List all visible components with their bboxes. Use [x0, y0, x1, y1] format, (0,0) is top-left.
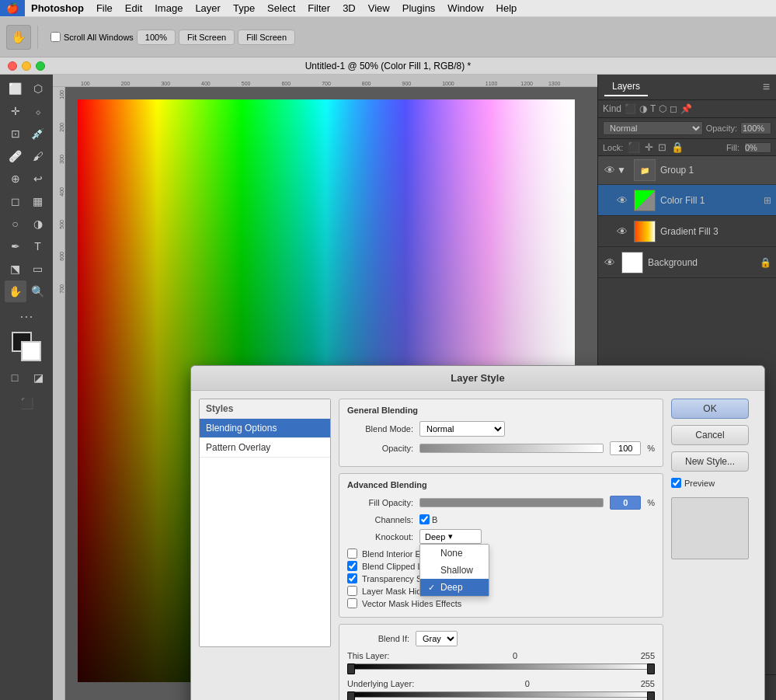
blending-options-item[interactable]: Blending Options [200, 419, 330, 438]
zoom-percent-button[interactable]: 100% [137, 30, 176, 45]
menu-photoshop[interactable]: Photoshop [25, 0, 90, 16]
close-button[interactable] [8, 61, 17, 71]
eyedropper-tool[interactable]: 💉 [27, 123, 49, 145]
color-swatches[interactable] [12, 332, 41, 361]
layer-row-group1[interactable]: 👁 ▼ 📁 Group 1 [598, 156, 776, 185]
underlying-layer-slider[interactable] [347, 691, 655, 700]
quick-mask-mode-button[interactable]: ◪ [27, 367, 49, 388]
new-style-button[interactable]: New Style... [671, 451, 749, 472]
menu-filter[interactable]: Filter [301, 0, 336, 16]
fill-input[interactable] [744, 142, 771, 153]
apple-menu[interactable]: 🍎 [0, 0, 25, 16]
menu-type[interactable]: Type [227, 0, 261, 16]
pin-filter-icon[interactable]: 📌 [680, 103, 692, 114]
menu-3d[interactable]: 3D [336, 0, 362, 16]
layer-row-background[interactable]: 👁 Background 🔒 [598, 247, 776, 278]
move-tool[interactable]: ✛ [5, 100, 26, 122]
standard-mode-button[interactable]: □ [4, 367, 26, 388]
maximize-button[interactable] [36, 61, 45, 71]
underlying-layer-handle-left[interactable] [347, 691, 355, 700]
fill-screen-button[interactable]: Fill Screen [238, 30, 295, 45]
layers-panel-menu-icon[interactable]: ≡ [763, 80, 770, 94]
pen-tool[interactable]: ✒ [5, 235, 26, 257]
layer-visibility-background[interactable]: 👁 [603, 256, 617, 269]
this-layer-handle-left[interactable] [347, 663, 355, 674]
gradient-tool[interactable]: ▦ [27, 190, 49, 212]
eraser-tool[interactable]: ◻ [5, 190, 26, 212]
knockout-dropdown-button[interactable]: Deep ▾ [419, 529, 482, 544]
this-layer-slider[interactable] [347, 663, 655, 676]
layer-row-gradientfill3[interactable]: 👁 Gradient Fill 3 [598, 216, 776, 247]
lock-artboard-icon[interactable]: ⊡ [658, 141, 666, 153]
ok-button[interactable]: OK [671, 399, 749, 419]
blur-tool[interactable]: ○ [5, 213, 26, 235]
knockout-option-deep[interactable]: ✓ Deep [420, 579, 489, 596]
clone-tool[interactable]: ⊕ [5, 168, 26, 190]
knockout-option-none[interactable]: None [420, 545, 489, 562]
type-filter-icon[interactable]: T [650, 103, 656, 114]
layer-visibility-gradientfill3[interactable]: 👁 [615, 225, 629, 238]
hand-tool-icon[interactable]: ✋ [6, 25, 31, 50]
menu-view[interactable]: View [362, 0, 396, 16]
menu-plugins[interactable]: Plugins [396, 0, 442, 16]
magic-wand-tool[interactable]: ⬦ [27, 100, 49, 122]
menu-select[interactable]: Select [261, 0, 301, 16]
brush-tool[interactable]: 🖌 [27, 145, 49, 167]
background-color[interactable] [21, 341, 41, 361]
tab-layers[interactable]: Layers [604, 78, 648, 96]
minimize-button[interactable] [22, 61, 31, 71]
menu-layer[interactable]: Layer [189, 0, 227, 16]
menu-file[interactable]: File [90, 0, 119, 16]
lock-pixels-icon[interactable]: ⬛ [628, 141, 640, 153]
blend-if-channel-select[interactable]: Gray [416, 631, 458, 646]
lasso-tool[interactable]: ⬡ [27, 78, 49, 99]
lock-move-icon[interactable]: ✛ [645, 141, 653, 153]
lock-all-icon[interactable]: 🔒 [671, 141, 684, 153]
marquee-tool[interactable]: ⬜ [5, 78, 26, 99]
fill-opacity-input[interactable] [610, 496, 641, 510]
screen-mode-button[interactable]: ⬛ [16, 392, 37, 414]
channel-b-checkbox[interactable] [419, 514, 430, 524]
group-expand-icon[interactable]: ▼ [617, 165, 626, 176]
opacity-slider[interactable] [419, 444, 604, 453]
layer-row-colorfill1[interactable]: 👁 Color Fill 1 ⊞ [598, 185, 776, 216]
hand-tool[interactable]: ✋ [5, 280, 26, 302]
menu-image[interactable]: Image [148, 0, 189, 16]
scroll-all-windows-checkbox[interactable] [50, 32, 61, 42]
shape-tool[interactable]: ▭ [27, 258, 49, 280]
opacity-input-dialog[interactable] [610, 441, 641, 455]
shape-filter-icon[interactable]: ⬡ [659, 103, 666, 114]
menu-window[interactable]: Window [441, 0, 489, 16]
opacity-input[interactable] [740, 122, 771, 134]
transparency-shapes-checkbox[interactable] [347, 573, 357, 583]
cancel-button[interactable]: Cancel [671, 425, 749, 445]
pattern-overlay-item[interactable]: Pattern Overlay [200, 438, 330, 458]
zoom-tool[interactable]: 🔍 [27, 280, 49, 302]
vector-mask-hides-checkbox[interactable] [347, 598, 357, 608]
blend-interior-checkbox[interactable] [347, 549, 357, 559]
smartobj-filter-icon[interactable]: ◻ [670, 103, 677, 114]
fill-opacity-slider[interactable] [419, 498, 604, 507]
history-brush-tool[interactable]: ↩ [27, 168, 49, 190]
path-select-tool[interactable]: ⬔ [5, 258, 26, 280]
underlying-layer-handle-right[interactable] [647, 691, 655, 700]
dodge-tool[interactable]: ◑ [27, 213, 49, 235]
preview-checkbox[interactable] [671, 478, 681, 488]
layer-options-colorfill1[interactable]: ⊞ [764, 195, 771, 206]
blend-mode-select-dialog[interactable]: Normal [419, 421, 505, 437]
menu-help[interactable]: Help [490, 0, 524, 16]
fit-screen-button[interactable]: Fit Screen [179, 30, 235, 45]
blend-clipped-checkbox[interactable] [347, 561, 357, 571]
crop-tool[interactable]: ⊡ [5, 123, 26, 145]
more-tools-button[interactable]: ⋯ [19, 308, 33, 325]
heal-tool[interactable]: 🩹 [5, 145, 26, 167]
layer-visibility-colorfill1[interactable]: 👁 [615, 194, 629, 207]
pixel-filter-icon[interactable]: ⬛ [625, 103, 636, 114]
blend-mode-select[interactable]: Normal [603, 121, 703, 135]
this-layer-handle-right[interactable] [647, 663, 655, 674]
menu-edit[interactable]: Edit [119, 0, 148, 16]
layer-visibility-group1[interactable]: 👁 [603, 164, 617, 176]
adjustment-filter-icon[interactable]: ◑ [639, 103, 647, 114]
text-tool[interactable]: T [27, 235, 49, 257]
layer-mask-hides-checkbox[interactable] [347, 586, 357, 596]
